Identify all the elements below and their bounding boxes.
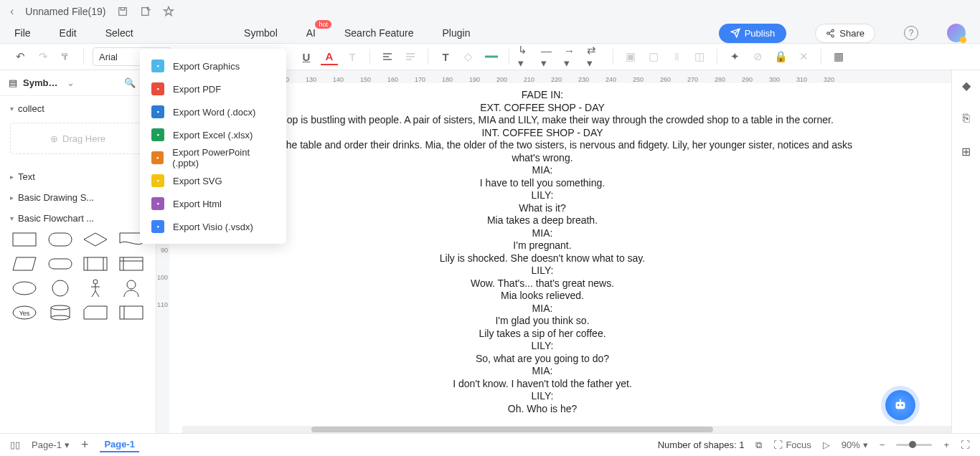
share-button[interactable]: Share: [815, 24, 875, 43]
section-basic-flowchart[interactable]: ▾Basic Flowchart ...: [0, 206, 156, 227]
underline-icon[interactable]: U: [298, 48, 315, 65]
shape-user[interactable]: [116, 280, 147, 297]
left-panel: ▤ Symbo... ⌄ 🔍 ≡ ▾collect ⊕Drag Here ▸Te…: [0, 70, 156, 433]
svg-rect-8: [49, 259, 72, 269]
layout-icon[interactable]: ▯▯: [10, 440, 20, 450]
export-item-5[interactable]: ▪Export SVG: [140, 169, 286, 192]
group-icon[interactable]: ◫: [691, 48, 708, 65]
shape-pill[interactable]: [44, 255, 76, 272]
grid-icon[interactable]: ⊞: [958, 143, 974, 159]
shape-rounded[interactable]: [44, 231, 76, 248]
search-icon[interactable]: 🔍: [124, 77, 136, 88]
arrow-style-icon[interactable]: → ▾: [564, 48, 581, 65]
text-tool-icon[interactable]: T: [437, 48, 454, 65]
shape-parallelogram[interactable]: [9, 255, 40, 272]
drag-here-zone[interactable]: ⊕Drag Here: [10, 123, 146, 154]
help-icon[interactable]: ?: [904, 26, 918, 40]
focus-button[interactable]: ⛶ Focus: [773, 440, 811, 450]
zoom-slider[interactable]: [896, 444, 932, 446]
star-icon[interactable]: [163, 6, 174, 17]
zoom-out-icon[interactable]: −: [880, 440, 885, 450]
line-ends-icon[interactable]: ⇄ ▾: [587, 48, 604, 65]
menu-ai[interactable]: AIhot: [306, 27, 316, 39]
redo-icon[interactable]: ↷: [34, 48, 52, 65]
shape-ellipse[interactable]: [9, 280, 40, 297]
page-tab-1[interactable]: Page-1: [100, 437, 139, 452]
align-objects-icon[interactable]: ⫴: [668, 48, 685, 65]
menu-search-feature[interactable]: Search Feature: [344, 27, 414, 39]
canvas[interactable]: FADE IN:EXT. COFFEE SHOP - DAYoffee shop…: [169, 83, 951, 433]
collapse-icon[interactable]: ⌄: [67, 77, 75, 88]
lock-icon[interactable]: 🔒: [772, 48, 789, 65]
export-item-4[interactable]: ▪Export PowerPoint (.pptx): [140, 146, 286, 169]
shape-predefined[interactable]: [80, 255, 112, 272]
svg-point-15: [13, 282, 36, 295]
align-vert-icon[interactable]: [402, 48, 419, 65]
export-item-3[interactable]: ▪Export Excel (.xlsx): [140, 123, 286, 146]
fullscreen-icon[interactable]: ⛶: [961, 440, 970, 450]
line-color-icon[interactable]: [483, 48, 500, 65]
svg-rect-25: [896, 402, 905, 409]
undo-icon[interactable]: ↶: [11, 48, 29, 65]
effects-icon[interactable]: ✦: [726, 48, 743, 65]
svg-point-27: [902, 404, 903, 406]
presentation-icon[interactable]: ▦: [830, 48, 847, 65]
menu-edit[interactable]: Edit: [60, 27, 77, 39]
font-color-icon[interactable]: A: [321, 48, 338, 65]
shape-rect[interactable]: [9, 231, 40, 248]
menu-select[interactable]: Select: [105, 27, 133, 39]
format-painter-icon[interactable]: [57, 48, 75, 65]
shape-circle[interactable]: [44, 280, 76, 297]
export-icon[interactable]: [140, 6, 151, 17]
play-icon[interactable]: ▷: [823, 440, 830, 450]
svg-point-21: [51, 305, 70, 310]
zoom-level[interactable]: 90% ▾: [842, 440, 868, 450]
shape-person[interactable]: [80, 280, 112, 297]
fill-tool-icon[interactable]: ◆: [958, 77, 974, 93]
shape-diamond[interactable]: [80, 231, 112, 248]
export-item-2[interactable]: ▪Export Word (.docx): [140, 100, 286, 123]
export-item-1[interactable]: ▪Export PDF: [140, 77, 286, 100]
save-icon[interactable]: [117, 6, 128, 17]
export-item-0[interactable]: ▪Export Graphics: [140, 54, 286, 77]
avatar[interactable]: [947, 24, 966, 42]
align-left-icon[interactable]: [379, 48, 396, 65]
title-bar: ‹ Unnamed File(19): [0, 0, 980, 23]
shape-cylinder[interactable]: [44, 304, 76, 321]
svg-point-18: [127, 280, 136, 289]
layer-back-icon[interactable]: ▢: [645, 48, 662, 65]
library-icon[interactable]: ▤: [9, 77, 17, 88]
tools-icon[interactable]: ✕: [795, 48, 812, 65]
add-page-icon[interactable]: +: [81, 437, 89, 452]
menu-plugin[interactable]: Plugin: [443, 27, 471, 39]
fill-icon[interactable]: ◇: [460, 48, 477, 65]
hot-badge: hot: [315, 20, 331, 29]
export-item-6[interactable]: ▪Export Html: [140, 192, 286, 215]
shape-internal[interactable]: [116, 255, 147, 272]
shape-card[interactable]: [80, 304, 112, 321]
layers-icon[interactable]: ⧉: [755, 440, 762, 451]
back-icon[interactable]: ‹: [10, 5, 14, 18]
page-select[interactable]: Page-1 ▾: [32, 440, 70, 450]
scrollbar-horizontal[interactable]: [182, 426, 951, 433]
menu-file[interactable]: File: [14, 27, 31, 39]
zoom-in-icon[interactable]: +: [943, 440, 949, 450]
section-collect[interactable]: ▾collect: [0, 96, 156, 117]
insert-icon[interactable]: ⎘: [958, 110, 974, 126]
right-rail: ◆ ⎘ ⊞: [951, 70, 980, 433]
ai-assistant-button[interactable]: [885, 390, 915, 420]
shape-stored[interactable]: [116, 304, 147, 321]
section-text[interactable]: ▸Text: [0, 164, 156, 185]
menu-symbol[interactable]: Symbol: [244, 27, 278, 39]
layer-front-icon[interactable]: ▣: [622, 48, 639, 65]
no-fill-icon[interactable]: ⊘: [749, 48, 766, 65]
line-style-icon[interactable]: — ▾: [541, 48, 558, 65]
file-name: Unnamed File(19): [25, 6, 105, 17]
document-text[interactable]: FADE IN:EXT. COFFEE SHOP - DAYoffee shop…: [227, 83, 858, 421]
text-size-icon[interactable]: T: [344, 48, 361, 65]
shape-yes[interactable]: Yes: [9, 304, 40, 321]
connector-icon[interactable]: ↳ ▾: [518, 48, 535, 65]
export-item-7[interactable]: ▪Export Visio (.vsdx): [140, 215, 286, 238]
publish-button[interactable]: Publish: [719, 24, 787, 43]
section-basic-drawing[interactable]: ▸Basic Drawing S...: [0, 185, 156, 206]
